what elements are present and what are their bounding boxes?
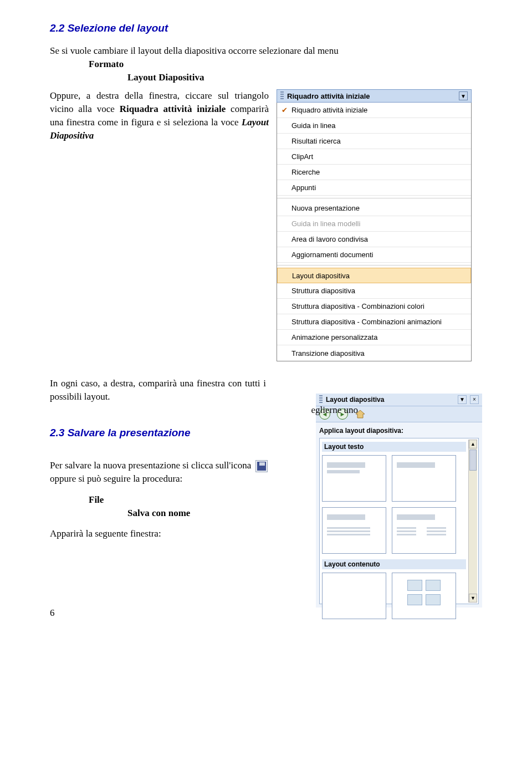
taskpane-item[interactable]: Guida in linea [277,118,471,134]
taskpane-header[interactable]: Riquadro attività iniziale ▼ [277,89,472,103]
scroll-thumb[interactable] [469,450,477,471]
layout-pane-body: Applica layout diapositiva: Layout testo [316,422,482,608]
section-2-2-p2: Oppure, a destra della finestra, ciccare… [50,89,269,142]
layout-thumb-title[interactable] [322,455,386,502]
scroll-up-icon[interactable]: ▲ [469,440,477,448]
taskpane-item[interactable]: Appunti [277,180,471,196]
close-icon[interactable]: × [470,395,479,404]
menu-salva-con-nome: Salva con nome [127,507,308,520]
taskpane-item[interactable]: Risultati ricerca [277,134,471,149]
taskpane-item-label: Layout diapositiva [292,272,470,280]
taskpane-item-label: Animazione personalizzata [291,333,471,341]
layout-thumb-content[interactable] [392,573,456,619]
taskpane-item[interactable]: ClipArt [277,149,471,165]
taskpane-item[interactable]: ✔ Riquadro attività iniziale [277,103,471,118]
mid-p3b: eglierne uno [311,404,359,417]
chevron-down-icon[interactable]: ▼ [459,91,468,100]
section-2-2-heading: 2.2 Selezione del layout [50,22,482,34]
layout-thumb-two-col[interactable] [392,507,456,554]
menu-file: File [89,493,308,507]
layout-thumb-title-only[interactable] [392,455,456,502]
taskpane-item-label: Nuova presentazione [291,204,471,212]
section-2-3-p1-line: Per salvare la nuova presentazione si cl… [50,459,308,472]
floppy-save-icon[interactable] [255,460,268,472]
taskpane-item-label: Appunti [291,183,471,192]
scroll-down-icon[interactable]: ▼ [469,594,477,603]
taskpane-list: ✔ Riquadro attività iniziale Guida in li… [277,103,472,361]
layout-pane-title: Layout diapositiva [326,396,454,404]
taskpane-item-label: Guida in linea modelli [291,220,471,228]
taskpane-item-label: Ricerche [291,168,471,176]
taskpane-item-label: Transizione diapositiva [291,349,471,358]
taskpane-item[interactable]: Transizione diapositiva [277,345,471,361]
taskpane-item-label: Struttura diapositiva [291,287,471,295]
taskpane-item[interactable]: Struttura diapositiva - Combinazioni col… [277,299,471,314]
section-2-3-p1: Per salvare la nuova presentazione si cl… [50,460,251,471]
taskpane-item-label: Guida in linea [291,121,471,130]
section-2-3-heading: 2.3 Salvare la presentazione [50,427,308,439]
taskpane-title: Riquadro attività iniziale [287,92,456,100]
taskpane-item[interactable]: Struttura diapositiva - Combinazioni ani… [277,314,471,330]
p2-part-b: Riquadra attività iniziale [120,104,226,114]
taskpane-item[interactable]: Animazione personalizzata [277,330,471,345]
taskpane-item-label: Struttura diapositiva - Combinazioni col… [291,302,471,310]
separator [277,265,471,266]
group-layout-contenuto: Layout contenuto [322,559,466,569]
taskpane-item[interactable]: Area di lavoro condivisa [277,232,471,247]
taskpane-item[interactable]: Aggiornamenti documenti [277,247,471,263]
check-icon: ✔ [277,106,291,114]
section-2-3-p3: Apparirà la seguente finestra: [50,527,308,540]
media-icon [426,594,441,605]
page-number: 6 [50,608,55,619]
group-layout-testo: Layout testo [322,442,466,452]
layout-thumb-blank[interactable] [322,573,386,619]
separator [277,198,471,198]
scrollbar[interactable]: ▲ ▼ [468,440,477,603]
taskpane-item[interactable]: Struttura diapositiva [277,283,471,299]
taskpane-item-label: Aggiornamenti documenti [291,251,471,259]
menu-formato: Formato [89,58,482,71]
taskpane-item[interactable]: Nuova presentazione [277,201,471,216]
taskpane-item-label: Area di lavoro condivisa [291,235,471,243]
taskpane-item-label: Riquadro attività iniziale [291,106,471,114]
section-2-2-p1: Se si vuole cambiare il layout della dia… [50,44,482,58]
taskpane-item[interactable]: Ricerche [277,165,471,180]
taskpane-item-label: ClipArt [291,152,471,161]
taskpane-item-label: Risultati ricerca [291,137,471,145]
chart-icon [426,580,441,591]
grip-icon [319,395,323,404]
apply-layout-label: Applica layout diapositiva: [319,427,479,435]
section-2-3-p2: oppure si può seguire la procedura: [50,472,308,486]
layout-thumb-bullets[interactable] [322,507,386,554]
layout-scroll-area: Layout testo [319,438,479,604]
taskpane-dropdown: Riquadro attività iniziale ▼ ✔ Riquadro … [277,89,472,361]
menu-layout-diapositiva: Layout Diapositiva [127,71,482,84]
clipart-icon [407,594,422,605]
scroll-track[interactable] [469,448,477,594]
table-icon [407,580,422,591]
taskpane-item-label: Struttura diapositiva - Combinazioni ani… [291,318,471,326]
layout-pane: Layout diapositiva ▼ × ◄ ► Applica layou… [316,394,482,608]
taskpane-item-selected[interactable]: Layout diapositiva [277,268,471,283]
chevron-down-icon[interactable]: ▼ [458,395,467,404]
grip-icon [280,91,284,100]
taskpane-item[interactable]: Guida in linea modelli [277,216,471,232]
